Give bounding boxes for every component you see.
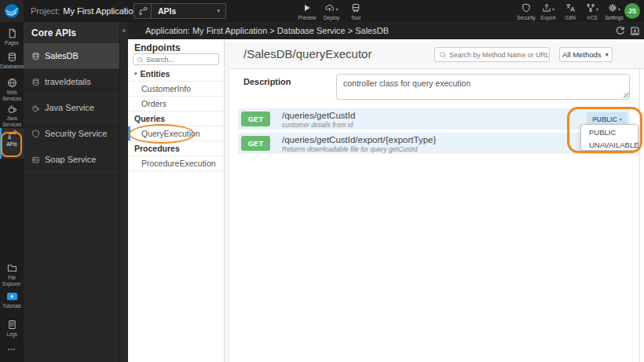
export-icon (542, 3, 551, 13)
section-label: Procedures (134, 144, 180, 153)
sidebar-item-databases[interactable]: Databases (0, 50, 24, 76)
api-icon (134, 4, 152, 18)
shield-icon (521, 3, 531, 13)
caret-down-icon: ▾ (618, 6, 620, 12)
endpoint-item-queryexecution[interactable]: QueryExecution (128, 126, 224, 141)
database-icon (7, 52, 17, 62)
caret-down-icon: ▼ (605, 52, 609, 57)
core-api-label: traveldetails (45, 77, 91, 86)
sidebar-item-java-services[interactable]: Java Services (0, 102, 24, 128)
endpoint-item-procedureexecution[interactable]: ProcedureExecution (128, 156, 224, 171)
caret-down-icon: ▾ (620, 116, 622, 122)
core-api-label: Soap Service (45, 155, 96, 164)
coffee-icon (7, 104, 17, 114)
page-icon (7, 28, 17, 38)
endpoint-row-getcustid[interactable]: GET /queries/getCustId customer details … (238, 108, 630, 130)
deploy-button[interactable]: ▾ Deploy (318, 3, 345, 20)
main-header: /SalesDB/queryExecutor All Methods ▼ (230, 39, 644, 69)
security-button[interactable]: Security (515, 3, 537, 20)
description-textarea[interactable]: controller class for query execution (336, 74, 630, 100)
access-value: PUBLIC (592, 115, 617, 123)
vcs-button[interactable]: ▾ VCS (581, 3, 603, 20)
access-option-public[interactable]: PUBLIC (581, 126, 638, 138)
main-scrollbar[interactable] (639, 69, 640, 362)
method-search-box (434, 47, 550, 62)
sidebar-item-label: Web Services (0, 90, 24, 101)
translate-icon (565, 3, 576, 13)
sidebar-item-label: Java Services (0, 115, 24, 127)
endpoints-section-procedures[interactable]: Procedures (128, 141, 224, 156)
sidebar-item-pages[interactable]: Pages (0, 27, 24, 50)
caret-down-icon: ▾ (552, 6, 554, 12)
sidebar-item-tutorials[interactable]: Tutorials (0, 290, 24, 318)
preview-label: Preview (298, 15, 316, 20)
core-api-traveldetails[interactable]: traveldetails (24, 69, 119, 95)
settings-button[interactable]: ▾ Settings (603, 3, 625, 20)
endpoint-item-label: CustomerInfo (141, 84, 191, 93)
method-filter-dropdown[interactable]: All Methods ▼ (559, 47, 613, 62)
endpoints-section-entities[interactable]: ▾ Entities (128, 67, 224, 82)
endpoints-section-queries[interactable]: Queries (128, 112, 224, 126)
endpoint-row-getcustid-export[interactable]: GET /queries/getCustId/export/{exportTyp… (238, 133, 630, 154)
core-api-label: Java Service (45, 103, 94, 112)
core-api-java-service[interactable]: Java Service (24, 95, 119, 121)
app-logo[interactable] (0, 0, 24, 22)
sidebar-item-apis[interactable]: APIs (0, 128, 24, 159)
user-avatar[interactable]: JS (624, 3, 640, 19)
description-label: Description (243, 77, 291, 86)
quick-actions: Preview ▾ Deploy (296, 3, 367, 20)
sidebar-item-logs[interactable]: Logs (0, 318, 24, 346)
logs-icon (7, 320, 17, 330)
caret-down-icon: ▾ (596, 6, 598, 12)
more-options-icon[interactable]: ••• (0, 346, 24, 359)
core-api-salesdb[interactable]: SalesDB (24, 43, 119, 69)
core-api-security-service[interactable]: Security Service (24, 121, 119, 147)
i18n-button[interactable]: I18N (559, 3, 581, 20)
export-label: Export (541, 15, 556, 20)
vcs-label: VCS (587, 15, 597, 20)
settings-label: Settings (605, 15, 624, 20)
endpoints-scrollbar[interactable] (224, 39, 230, 362)
save-export-icon[interactable] (629, 25, 640, 36)
page-title: /SalesDB/queryExecutor (243, 47, 371, 60)
preview-button[interactable]: Preview (296, 3, 318, 20)
resize-grip-icon[interactable] (624, 93, 629, 98)
workspace-dropdown[interactable]: APIs ▾ (134, 3, 226, 19)
export-button[interactable]: ▾ Export (537, 3, 559, 20)
endpoint-item-orders[interactable]: Orders (128, 97, 224, 112)
endpoints-search-input[interactable] (146, 54, 218, 64)
sidebar-item-label: Logs (6, 331, 17, 338)
soap-icon (31, 155, 40, 164)
collapse-panel-icon[interactable]: « (120, 27, 128, 35)
method-badge-get: GET (241, 112, 270, 126)
sidebar-item-web-services[interactable]: Web Services (0, 76, 24, 102)
search-icon (137, 57, 144, 64)
breadcrumb: Application: My First Application > Data… (145, 26, 389, 35)
globe-icon (7, 78, 17, 88)
access-dropdown-menu: PUBLIC UNAVAILABLE (580, 124, 639, 151)
main-content: /SalesDB/queryExecutor All Methods ▼ Des… (230, 39, 644, 362)
caret-down-icon: ▾ (335, 6, 338, 12)
endpoint-path: /queries/getCustId (282, 111, 355, 120)
sidebar-item-file-explorer[interactable]: File Explorer (0, 261, 24, 290)
core-apis-panel: Core APIs SalesDB traveldetails (24, 22, 119, 362)
endpoint-item-customerinfo[interactable]: CustomerInfo (128, 82, 224, 97)
endpoint-item-label: ProcedureExecution (141, 159, 216, 168)
deploy-label: Deploy (324, 15, 339, 20)
endpoints-list: ▾ Entities CustomerInfo Orders Queries Q… (128, 67, 224, 171)
sidebar-item-label: File Explorer (0, 275, 24, 287)
security-label: Security (517, 15, 535, 20)
tour-button[interactable]: Tour (345, 3, 367, 20)
project-name: My First Application (63, 6, 137, 16)
core-apis-title: Core APIs (24, 22, 119, 43)
chevron-right-icon: › (123, 3, 126, 15)
coffee-icon (31, 104, 40, 112)
project-indicator: Project: My First Application (31, 0, 138, 22)
access-option-unavailable[interactable]: UNAVAILABLE (581, 138, 638, 151)
tour-label: Tour (351, 15, 361, 20)
endpoint-item-label: QueryExecution (141, 129, 200, 138)
core-api-soap-service[interactable]: Soap Service (24, 147, 119, 173)
wavemaker-logo-icon (4, 3, 20, 19)
method-search-input[interactable] (449, 49, 548, 60)
refresh-icon[interactable] (614, 25, 625, 36)
